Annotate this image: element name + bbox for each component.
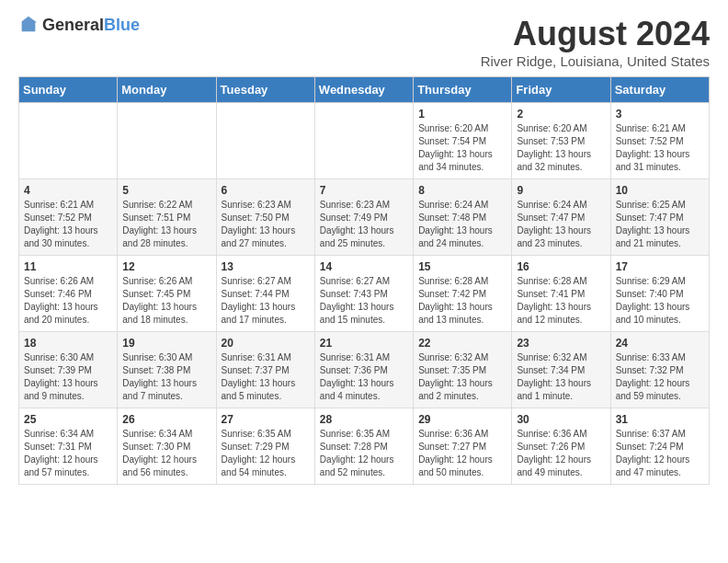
calendar-cell: 8Sunrise: 6:24 AM Sunset: 7:48 PM Daylig… (414, 179, 512, 256)
day-number: 19 (122, 337, 210, 350)
logo-general: General (42, 16, 104, 34)
day-content: Sunrise: 6:32 AM Sunset: 7:35 PM Dayligh… (418, 351, 506, 403)
day-number: 17 (616, 260, 704, 273)
day-content: Sunrise: 6:27 AM Sunset: 7:44 PM Dayligh… (222, 275, 310, 327)
calendar-cell (19, 103, 118, 179)
day-content: Sunrise: 6:36 AM Sunset: 7:26 PM Dayligh… (517, 428, 605, 479)
day-number: 30 (517, 413, 605, 426)
day-content: Sunrise: 6:21 AM Sunset: 7:52 PM Dayligh… (24, 199, 112, 250)
calendar-cell: 20Sunrise: 6:31 AM Sunset: 7:37 PM Dayli… (216, 332, 314, 408)
calendar-week-row: 1Sunrise: 6:20 AM Sunset: 7:54 PM Daylig… (19, 103, 710, 179)
day-content: Sunrise: 6:26 AM Sunset: 7:45 PM Dayligh… (122, 275, 210, 327)
day-header-monday: Monday (118, 77, 216, 103)
calendar-cell: 17Sunrise: 6:29 AM Sunset: 7:40 PM Dayli… (610, 256, 709, 332)
calendar-cell: 10Sunrise: 6:25 AM Sunset: 7:47 PM Dayli… (610, 179, 709, 256)
page-subtitle: River Ridge, Louisiana, United States (481, 53, 710, 69)
header-row: SundayMondayTuesdayWednesdayThursdayFrid… (19, 77, 710, 103)
day-number: 11 (24, 260, 112, 273)
calendar-cell: 18Sunrise: 6:30 AM Sunset: 7:39 PM Dayli… (19, 332, 118, 408)
page-title: August 2024 (481, 15, 710, 53)
logo: GeneralBlue (18, 15, 140, 35)
day-number: 31 (616, 413, 704, 426)
day-content: Sunrise: 6:20 AM Sunset: 7:53 PM Dayligh… (517, 122, 605, 174)
calendar-week-row: 18Sunrise: 6:30 AM Sunset: 7:39 PM Dayli… (19, 332, 710, 408)
day-number: 27 (222, 413, 310, 426)
calendar-cell: 24Sunrise: 6:33 AM Sunset: 7:32 PM Dayli… (610, 332, 709, 408)
calendar-cell (216, 103, 314, 179)
day-number: 29 (418, 413, 506, 426)
logo-blue: Blue (104, 16, 140, 34)
calendar-week-row: 11Sunrise: 6:26 AM Sunset: 7:46 PM Dayli… (19, 256, 710, 332)
day-number: 14 (320, 260, 408, 273)
day-number: 18 (24, 337, 112, 350)
day-number: 10 (616, 184, 704, 197)
day-number: 21 (320, 337, 408, 350)
day-content: Sunrise: 6:34 AM Sunset: 7:31 PM Dayligh… (24, 428, 112, 479)
day-header-friday: Friday (512, 77, 610, 103)
calendar-cell: 25Sunrise: 6:34 AM Sunset: 7:31 PM Dayli… (19, 408, 118, 485)
day-content: Sunrise: 6:35 AM Sunset: 7:28 PM Dayligh… (320, 428, 408, 479)
logo-icon (18, 15, 39, 35)
day-content: Sunrise: 6:28 AM Sunset: 7:42 PM Dayligh… (418, 275, 506, 327)
calendar-cell: 13Sunrise: 6:27 AM Sunset: 7:44 PM Dayli… (216, 256, 314, 332)
header: GeneralBlue August 2024 River Ridge, Lou… (18, 15, 710, 69)
calendar-cell: 14Sunrise: 6:27 AM Sunset: 7:43 PM Dayli… (314, 256, 413, 332)
day-number: 23 (517, 337, 605, 350)
day-content: Sunrise: 6:20 AM Sunset: 7:54 PM Dayligh… (418, 122, 506, 174)
day-number: 20 (222, 337, 310, 350)
day-number: 12 (122, 260, 210, 273)
day-content: Sunrise: 6:28 AM Sunset: 7:41 PM Dayligh… (517, 275, 605, 327)
day-number: 13 (222, 260, 310, 273)
day-content: Sunrise: 6:33 AM Sunset: 7:32 PM Dayligh… (616, 351, 704, 403)
day-number: 28 (320, 413, 408, 426)
day-number: 26 (122, 413, 210, 426)
day-number: 4 (24, 184, 112, 197)
calendar-cell (118, 103, 216, 179)
day-number: 3 (616, 108, 704, 121)
day-number: 6 (222, 184, 310, 197)
calendar-cell: 4Sunrise: 6:21 AM Sunset: 7:52 PM Daylig… (19, 179, 118, 256)
day-content: Sunrise: 6:21 AM Sunset: 7:52 PM Dayligh… (616, 122, 704, 174)
day-number: 5 (122, 184, 210, 197)
day-header-saturday: Saturday (610, 77, 709, 103)
calendar-cell: 1Sunrise: 6:20 AM Sunset: 7:54 PM Daylig… (414, 103, 512, 179)
day-header-thursday: Thursday (414, 77, 512, 103)
day-content: Sunrise: 6:31 AM Sunset: 7:36 PM Dayligh… (320, 351, 408, 403)
calendar-body: 1Sunrise: 6:20 AM Sunset: 7:54 PM Daylig… (19, 103, 710, 485)
calendar-cell: 19Sunrise: 6:30 AM Sunset: 7:38 PM Dayli… (118, 332, 216, 408)
calendar-table: SundayMondayTuesdayWednesdayThursdayFrid… (18, 76, 710, 485)
day-content: Sunrise: 6:32 AM Sunset: 7:34 PM Dayligh… (517, 351, 605, 403)
calendar-cell: 26Sunrise: 6:34 AM Sunset: 7:30 PM Dayli… (118, 408, 216, 485)
calendar-cell: 21Sunrise: 6:31 AM Sunset: 7:36 PM Dayli… (314, 332, 413, 408)
day-content: Sunrise: 6:30 AM Sunset: 7:39 PM Dayligh… (24, 351, 112, 403)
calendar-cell: 29Sunrise: 6:36 AM Sunset: 7:27 PM Dayli… (414, 408, 512, 485)
day-content: Sunrise: 6:26 AM Sunset: 7:46 PM Dayligh… (24, 275, 112, 327)
day-content: Sunrise: 6:29 AM Sunset: 7:40 PM Dayligh… (616, 275, 704, 327)
day-content: Sunrise: 6:30 AM Sunset: 7:38 PM Dayligh… (122, 351, 210, 403)
day-content: Sunrise: 6:23 AM Sunset: 7:49 PM Dayligh… (320, 199, 408, 250)
calendar-cell (314, 103, 413, 179)
calendar-cell: 2Sunrise: 6:20 AM Sunset: 7:53 PM Daylig… (512, 103, 610, 179)
calendar-cell: 9Sunrise: 6:24 AM Sunset: 7:47 PM Daylig… (512, 179, 610, 256)
title-area: August 2024 River Ridge, Louisiana, Unit… (481, 15, 710, 69)
day-content: Sunrise: 6:31 AM Sunset: 7:37 PM Dayligh… (222, 351, 310, 403)
day-number: 9 (517, 184, 605, 197)
day-header-sunday: Sunday (19, 77, 118, 103)
day-number: 15 (418, 260, 506, 273)
day-number: 25 (24, 413, 112, 426)
calendar-cell: 11Sunrise: 6:26 AM Sunset: 7:46 PM Dayli… (19, 256, 118, 332)
calendar-cell: 3Sunrise: 6:21 AM Sunset: 7:52 PM Daylig… (610, 103, 709, 179)
calendar-cell: 7Sunrise: 6:23 AM Sunset: 7:49 PM Daylig… (314, 179, 413, 256)
calendar-cell: 16Sunrise: 6:28 AM Sunset: 7:41 PM Dayli… (512, 256, 610, 332)
day-header-tuesday: Tuesday (216, 77, 314, 103)
day-content: Sunrise: 6:36 AM Sunset: 7:27 PM Dayligh… (418, 428, 506, 479)
day-content: Sunrise: 6:34 AM Sunset: 7:30 PM Dayligh… (122, 428, 210, 479)
day-number: 7 (320, 184, 408, 197)
calendar-cell: 30Sunrise: 6:36 AM Sunset: 7:26 PM Dayli… (512, 408, 610, 485)
calendar-cell: 31Sunrise: 6:37 AM Sunset: 7:24 PM Dayli… (610, 408, 709, 485)
day-number: 1 (418, 108, 506, 121)
calendar-cell: 28Sunrise: 6:35 AM Sunset: 7:28 PM Dayli… (314, 408, 413, 485)
day-number: 2 (517, 108, 605, 121)
calendar-week-row: 25Sunrise: 6:34 AM Sunset: 7:31 PM Dayli… (19, 408, 710, 485)
day-content: Sunrise: 6:35 AM Sunset: 7:29 PM Dayligh… (222, 428, 310, 479)
